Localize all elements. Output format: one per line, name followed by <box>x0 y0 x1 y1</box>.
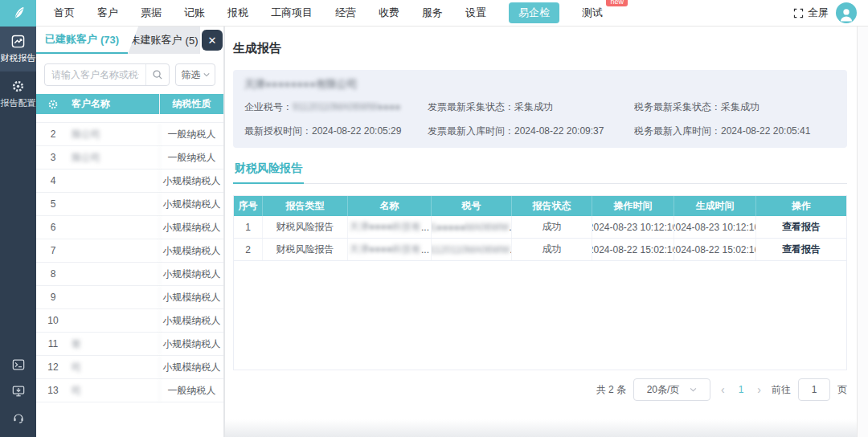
table-row[interactable]: 5 小规模纳税人 <box>36 193 223 216</box>
client-name: 司 <box>70 379 160 402</box>
nav-item-test[interactable]: 测试 new <box>582 6 603 20</box>
client-name-column-header: 客户名称 <box>70 94 160 114</box>
report-company-name: 天津●●●●科技有... <box>348 239 432 260</box>
current-page[interactable]: 1 <box>735 384 747 395</box>
report-row[interactable]: 1 财税风险报告 天津●●●●科技有... 91●●●●●MA06WW... 成… <box>234 216 846 239</box>
sidebar: 财税报告 报告配置 <box>0 27 36 437</box>
main-layout: 财税报告 报告配置 <box>0 27 868 437</box>
client-tabs: 已建账客户 (73) 未建账客户 (5) ✕ <box>36 27 223 54</box>
client-name <box>70 169 160 192</box>
tab-booked-clients[interactable]: 已建账客户 (73) <box>36 27 128 54</box>
terminal-button[interactable] <box>12 358 25 371</box>
table-row[interactable]: 6 小规模纳税人 <box>36 216 223 239</box>
nav-menu: 首页 客户 票据 记账 报税 工商项目 经营 收费 服务 设置 易企检 测试 n… <box>54 2 603 23</box>
report-row[interactable]: 2 财税风险报告 天津●●●●科技有... 91120110MA06WW... … <box>234 239 846 261</box>
tax-type-column-header: 纳税性质 <box>160 97 223 111</box>
remote-screen-button[interactable] <box>12 385 25 398</box>
col-header-name: 名称 <box>348 196 432 216</box>
row-index: 4 <box>36 175 70 186</box>
tab-count: (73) <box>100 34 119 46</box>
nav-item-customers[interactable]: 客户 <box>97 6 118 20</box>
view-report-link[interactable]: 查看报告 <box>782 220 821 234</box>
goto-page-input[interactable] <box>798 378 830 401</box>
table-row[interactable]: 10 小规模纳税人 <box>36 309 223 333</box>
col-header-no: 序号 <box>234 196 263 216</box>
tax-type: 小规模纳税人 <box>160 361 223 374</box>
report-no: 1 <box>234 216 263 238</box>
nav-item-test-label: 测试 <box>582 6 603 18</box>
row-index: 12 <box>36 361 70 373</box>
table-row[interactable]: 9 小规模纳税人 <box>36 286 223 309</box>
nav-item-invoices[interactable]: 票据 <box>141 6 162 20</box>
fullscreen-label: 全屏 <box>808 6 829 20</box>
table-row[interactable]: 2 限公司 一般纳税人 <box>36 123 223 146</box>
nav-item-fees[interactable]: 收费 <box>379 6 399 20</box>
nav-item-bookkeeping[interactable]: 记账 <box>184 6 205 20</box>
table-row[interactable]: 8 小规模纳税人 <box>36 263 223 286</box>
nav-item-business-projects[interactable]: 工商项目 <box>271 6 313 20</box>
table-row[interactable]: 11 签 小规模纳税人 <box>36 333 223 356</box>
page-size-select[interactable]: 20条/页 <box>633 378 710 401</box>
company-info-card: 天津●●●●●●●●有限公司 企业税号：91120110MA06WW●●●● 发… <box>233 70 847 148</box>
app-logo[interactable] <box>0 0 36 27</box>
prev-page-button[interactable]: ‹ <box>718 383 728 396</box>
field-value: 2024-08-22 20:05:41 <box>721 125 810 137</box>
col-header-gen-time: 生成时间 <box>674 196 756 216</box>
search-button[interactable] <box>145 64 169 85</box>
fullscreen-button[interactable]: 全屏 <box>793 6 829 20</box>
sidebar-item-tax-reports[interactable]: 财税报告 <box>0 27 36 71</box>
nav-right-area: 全屏 <box>793 2 868 23</box>
search-input[interactable] <box>45 69 145 80</box>
redacted-text: 91120110MA06WW <box>432 244 510 255</box>
close-icon: ✕ <box>208 35 217 47</box>
client-name <box>70 286 160 308</box>
report-op-time: 2024-08-23 10:12:10 <box>592 216 674 238</box>
field-value: 采集成功 <box>514 101 553 112</box>
col-header-report-type: 报告类型 <box>263 196 348 216</box>
view-report-link[interactable]: 查看报告 <box>782 243 821 256</box>
headset-icon <box>12 411 25 424</box>
nav-item-tax-filing[interactable]: 报税 <box>227 6 248 20</box>
app-window: 首页 客户 票据 记账 报税 工商项目 经营 收费 服务 设置 易企检 测试 n… <box>0 0 868 437</box>
sidebar-item-report-config[interactable]: 报告配置 <box>0 71 36 116</box>
nav-item-services[interactable]: 服务 <box>422 6 443 20</box>
nav-item-home[interactable]: 首页 <box>54 6 75 20</box>
nav-item-settings[interactable]: 设置 <box>465 6 486 20</box>
column-settings-button[interactable] <box>36 99 70 110</box>
table-row[interactable]: 13 司 一般纳税人 <box>36 379 223 402</box>
table-row[interactable]: 12 司 小规模纳税人 <box>36 356 223 379</box>
report-table-header: 序号 报告类型 名称 税号 报告状态 操作时间 生成时间 操作 <box>234 196 846 216</box>
table-row[interactable]: 7 小规模纳税人 <box>36 239 223 263</box>
next-page-button[interactable]: › <box>754 383 764 396</box>
scrollbar-gutter[interactable] <box>857 27 868 437</box>
table-row-partial[interactable] <box>36 114 223 123</box>
bottom-fade <box>225 419 857 437</box>
report-chart-icon <box>11 35 25 48</box>
table-row[interactable]: 3 限公司 一般纳税人 <box>36 146 223 169</box>
tax-collect-status-field: 税务最新采集状态：采集成功 <box>634 100 836 114</box>
row-index: 6 <box>36 222 70 233</box>
field-value: 2024-08-22 20:09:37 <box>514 125 604 137</box>
row-index: 9 <box>36 292 70 303</box>
tab-unbooked-clients[interactable]: 未建账客户 (5) <box>128 27 200 54</box>
client-table-body: 2 限公司 一般纳税人 3 限公司 一般纳税人 4 小规模纳税人 5 <box>36 114 223 437</box>
row-index: 11 <box>36 338 70 349</box>
report-generation-panel: 生成报告 天津●●●●●●●●有限公司 企业税号：91120110MA06WW●… <box>225 27 868 437</box>
user-icon <box>837 6 855 23</box>
client-search-row: 筛选 <box>36 54 223 94</box>
section-title[interactable]: 财税风险报告 <box>233 161 304 184</box>
panel-close-button[interactable]: ✕ <box>202 30 223 51</box>
nav-item-yiqijian-active[interactable]: 易企检 <box>509 2 559 23</box>
report-no: 2 <box>234 239 263 260</box>
filter-button[interactable]: 筛选 <box>175 63 215 86</box>
report-gen-time: 2024-08-22 15:02:16 <box>674 239 756 260</box>
client-table-header: 客户名称 纳税性质 <box>36 94 223 114</box>
nav-item-operations[interactable]: 经营 <box>335 6 356 20</box>
table-row[interactable]: 4 小规模纳税人 <box>36 169 223 193</box>
tax-type: 小规模纳税人 <box>160 291 223 304</box>
tax-type: 小规模纳税人 <box>160 174 223 188</box>
support-button[interactable] <box>12 411 25 424</box>
avatar[interactable] <box>836 2 857 23</box>
gear-icon <box>11 80 25 93</box>
chevron-down-icon <box>203 72 210 77</box>
